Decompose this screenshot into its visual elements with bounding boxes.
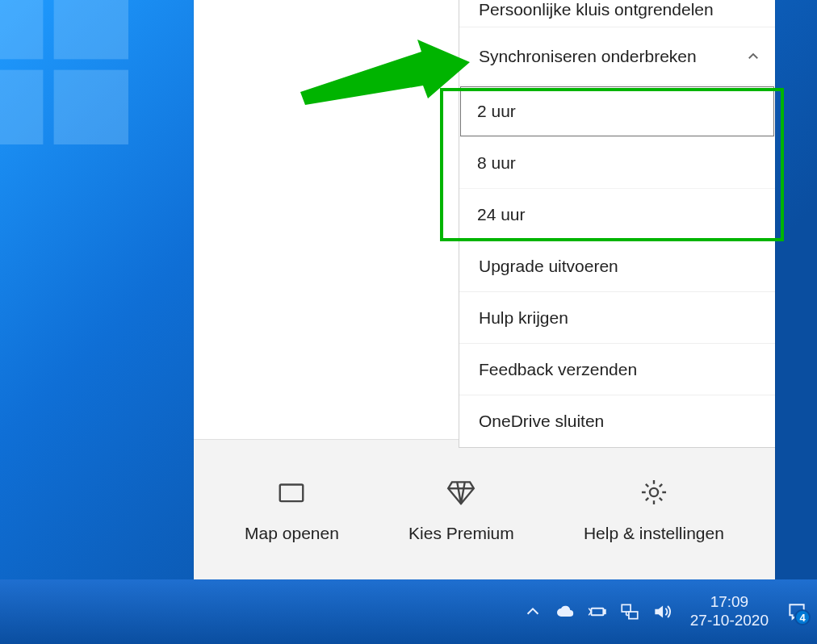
svg-point-9	[650, 487, 658, 496]
svg-rect-4	[280, 484, 304, 501]
tray-onedrive-icon[interactable]	[555, 601, 576, 622]
svg-rect-2	[0, 70, 43, 144]
settings-context-menu: Persoonlijke kluis ontgrendelen Synchron…	[459, 0, 775, 448]
folder-icon	[276, 477, 307, 508]
taskbar-clock[interactable]: 17:09 27-10-2020	[684, 593, 775, 630]
pause-option-label: 24 uur	[477, 205, 526, 224]
speaker-icon	[652, 601, 672, 622]
network-icon	[619, 601, 640, 622]
premium-button[interactable]: Kies Premium	[408, 477, 514, 543]
tray-power-icon[interactable]	[587, 601, 608, 622]
diamond-icon	[446, 477, 476, 508]
tray-volume-icon[interactable]	[652, 601, 672, 622]
menu-label: Persoonlijke kluis ontgrendelen	[479, 0, 714, 19]
pause-option-24h[interactable]: 24 uur	[459, 189, 775, 240]
tray-overflow-button[interactable]	[522, 601, 543, 622]
menu-label: OneDrive sluiten	[479, 412, 604, 431]
cloud-icon	[555, 602, 575, 621]
windows-logo	[0, 0, 137, 153]
svg-rect-0	[0, 0, 43, 59]
menu-pause-sync[interactable]: Synchroniseren onderbreken	[459, 27, 775, 86]
chevron-up-icon	[524, 603, 542, 621]
pause-option-label: 2 uur	[477, 102, 516, 121]
footer-label: Help & instellingen	[584, 524, 724, 543]
svg-rect-11	[591, 608, 603, 616]
svg-rect-13	[622, 604, 631, 612]
taskbar: 17:09 27-10-2020 4	[0, 579, 817, 644]
menu-label: Upgrade uitvoeren	[479, 257, 618, 276]
menu-label: Hulp krijgen	[479, 308, 568, 328]
help-settings-button[interactable]: Help & instellingen	[584, 477, 724, 543]
menu-unlock-vault[interactable]: Persoonlijke kluis ontgrendelen	[459, 0, 775, 27]
flyout-body: Persoonlijke kluis ontgrendelen Synchron…	[194, 0, 775, 439]
flyout-footer: Map openen Kies Premium Help & instellin…	[194, 439, 775, 579]
action-center-button[interactable]: 4	[786, 601, 807, 622]
clock-date: 27-10-2020	[690, 612, 769, 630]
gear-icon	[639, 477, 669, 508]
chevron-up-icon	[746, 49, 760, 64]
svg-rect-14	[629, 612, 638, 619]
battery-icon	[587, 601, 608, 622]
onedrive-flyout: Persoonlijke kluis ontgrendelen Synchron…	[194, 0, 775, 579]
notification-badge: 4	[794, 609, 811, 625]
footer-label: Map openen	[245, 524, 339, 543]
menu-get-help[interactable]: Hulp krijgen	[459, 292, 775, 344]
menu-upgrade[interactable]: Upgrade uitvoeren	[459, 240, 775, 292]
menu-label: Synchroniseren onderbreken	[479, 47, 697, 66]
svg-marker-17	[655, 605, 663, 617]
footer-label: Kies Premium	[408, 524, 514, 543]
svg-rect-12	[603, 610, 605, 613]
clock-time: 17:09	[690, 593, 769, 612]
pause-option-8h[interactable]: 8 uur	[459, 137, 775, 189]
menu-send-feedback[interactable]: Feedback verzenden	[459, 344, 775, 395]
svg-rect-1	[54, 0, 128, 59]
svg-rect-3	[54, 70, 128, 144]
pause-option-label: 8 uur	[477, 153, 516, 173]
pause-option-2h[interactable]: 2 uur	[459, 86, 775, 137]
tray-network-icon[interactable]	[619, 601, 640, 622]
menu-close-onedrive[interactable]: OneDrive sluiten	[459, 395, 775, 447]
open-folder-button[interactable]: Map openen	[245, 477, 339, 543]
menu-label: Feedback verzenden	[479, 360, 637, 379]
